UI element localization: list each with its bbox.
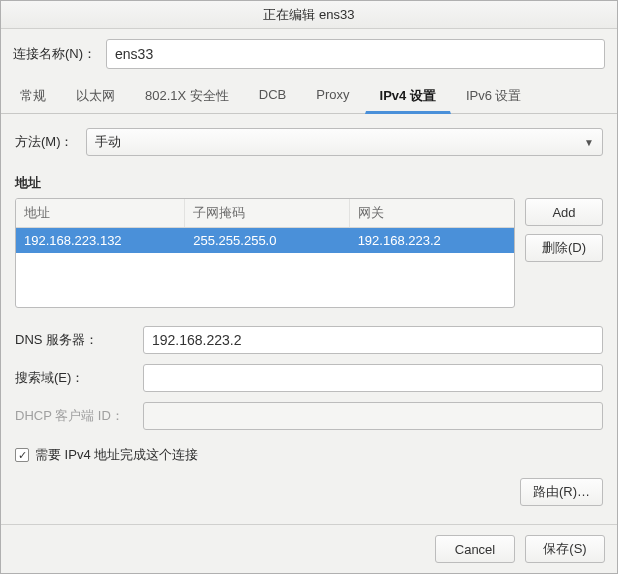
table-header: 地址 子网掩码 网关 <box>16 199 514 228</box>
connection-name-label: 连接名称(N)： <box>13 45 96 63</box>
tab-ethernet[interactable]: 以太网 <box>61 78 130 114</box>
dhcp-input <box>143 402 603 430</box>
cell-netmask: 255.255.255.0 <box>185 228 349 253</box>
titlebar: 正在编辑 ens33 <box>1 1 617 29</box>
search-row: 搜索域(E)： <box>15 364 603 392</box>
search-label: 搜索域(E)： <box>15 369 135 387</box>
method-label: 方法(M)： <box>15 133 74 151</box>
method-row: 方法(M)： 手动 ▼ <box>15 128 603 156</box>
cell-gateway: 192.168.223.2 <box>350 228 514 253</box>
tab-general[interactable]: 常规 <box>5 78 61 114</box>
method-select[interactable]: 手动 ▼ <box>86 128 604 156</box>
addresses-area: 地址 子网掩码 网关 192.168.223.132 255.255.255.0… <box>15 198 603 308</box>
col-address: 地址 <box>16 199 185 227</box>
tab-proxy[interactable]: Proxy <box>301 78 364 114</box>
dns-row: DNS 服务器： <box>15 326 603 354</box>
col-netmask: 子网掩码 <box>185 199 349 227</box>
dialog-window: 正在编辑 ens33 连接名称(N)： 常规 以太网 802.1X 安全性 DC… <box>0 0 618 574</box>
dhcp-label: DHCP 客户端 ID： <box>15 407 135 425</box>
connection-name-input[interactable] <box>106 39 605 69</box>
dns-label: DNS 服务器： <box>15 331 135 349</box>
method-value: 手动 <box>95 133 121 151</box>
tab-ipv4[interactable]: IPv4 设置 <box>365 78 451 114</box>
routes-row: 路由(R)… <box>15 478 603 506</box>
delete-button[interactable]: 删除(D) <box>525 234 603 262</box>
save-button[interactable]: 保存(S) <box>525 535 605 563</box>
dhcp-row: DHCP 客户端 ID： <box>15 402 603 430</box>
add-button[interactable]: Add <box>525 198 603 226</box>
require-ipv4-checkbox[interactable]: ✓ <box>15 448 29 462</box>
routes-button[interactable]: 路由(R)… <box>520 478 603 506</box>
window-title: 正在编辑 ens33 <box>263 7 354 22</box>
search-input[interactable] <box>143 364 603 392</box>
cancel-button[interactable]: Cancel <box>435 535 515 563</box>
connection-name-row: 连接名称(N)： <box>1 29 617 77</box>
chevron-down-icon: ▼ <box>584 137 594 148</box>
dialog-footer: Cancel 保存(S) <box>1 524 617 573</box>
tab-bar: 常规 以太网 802.1X 安全性 DCB Proxy IPv4 设置 IPv6… <box>1 77 617 114</box>
tab-8021x[interactable]: 802.1X 安全性 <box>130 78 244 114</box>
addresses-table[interactable]: 地址 子网掩码 网关 192.168.223.132 255.255.255.0… <box>15 198 515 308</box>
ipv4-pane: 方法(M)： 手动 ▼ 地址 地址 子网掩码 网关 192.168.223.13… <box>1 114 617 524</box>
tab-dcb[interactable]: DCB <box>244 78 301 114</box>
require-ipv4-row: ✓ 需要 IPv4 地址完成这个连接 <box>15 446 603 464</box>
dns-input[interactable] <box>143 326 603 354</box>
tab-ipv6[interactable]: IPv6 设置 <box>451 78 537 114</box>
table-row[interactable]: 192.168.223.132 255.255.255.0 192.168.22… <box>16 228 514 253</box>
address-buttons: Add 删除(D) <box>525 198 603 308</box>
cell-address: 192.168.223.132 <box>16 228 185 253</box>
addresses-title: 地址 <box>15 174 603 192</box>
col-gateway: 网关 <box>350 199 514 227</box>
require-ipv4-label: 需要 IPv4 地址完成这个连接 <box>35 446 198 464</box>
